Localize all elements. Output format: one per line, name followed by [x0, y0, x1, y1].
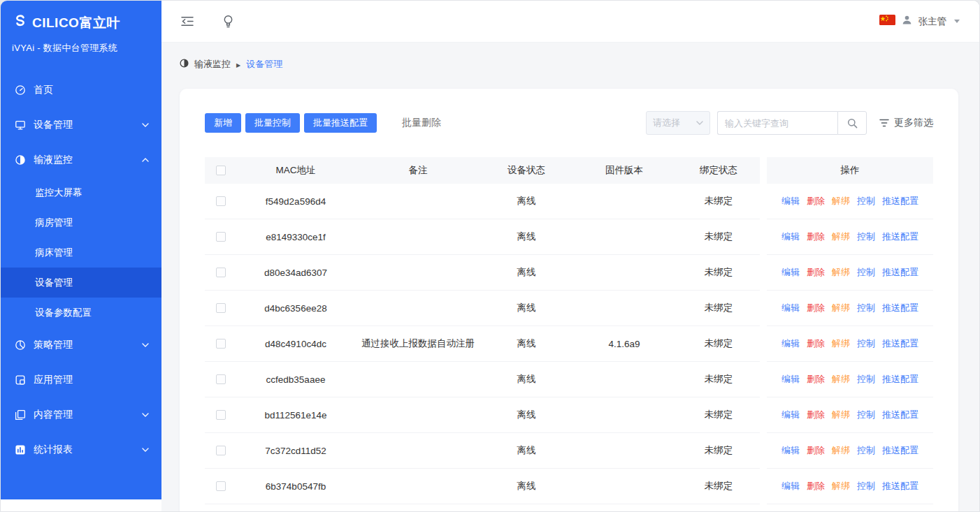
action-unbind[interactable]: 解绑: [832, 266, 850, 279]
action-control[interactable]: 控制: [857, 409, 875, 421]
action-unbind[interactable]: 解绑: [832, 302, 850, 314]
action-control[interactable]: 控制: [857, 337, 875, 350]
sidebar-item-strategy[interactable]: 策略管理: [1, 328, 161, 363]
select-all-checkbox[interactable]: [216, 166, 226, 175]
row-checkbox[interactable]: [216, 481, 226, 491]
add-button[interactable]: 新增: [205, 113, 241, 133]
sidebar-item-app[interactable]: 应用管理: [1, 363, 161, 397]
filter-select[interactable]: 请选择: [646, 111, 710, 135]
row-checkbox[interactable]: [216, 268, 226, 277]
cell-firmware: [571, 362, 677, 397]
action-control[interactable]: 控制: [857, 231, 875, 243]
row-checkbox[interactable]: [216, 374, 226, 384]
brand: CILICO富立叶: [1, 1, 161, 32]
fixed-column-gap: [760, 255, 767, 291]
cell-note: [354, 291, 482, 326]
action-edit[interactable]: 编辑: [781, 266, 800, 279]
batch-control-button[interactable]: 批量控制: [245, 113, 300, 133]
row-checkbox[interactable]: [216, 446, 226, 455]
action-edit[interactable]: 编辑: [781, 337, 800, 350]
lightbulb-icon[interactable]: [223, 15, 233, 29]
action-push-config[interactable]: 推送配置: [882, 266, 918, 279]
action-push-config[interactable]: 推送配置: [882, 195, 918, 207]
sidebar-item-device[interactable]: 设备管理: [1, 108, 161, 142]
sidebar-subitem-active[interactable]: 设备管理: [1, 268, 161, 298]
sidebar-subitem[interactable]: 设备参数配置: [1, 298, 161, 328]
action-push-config[interactable]: 推送配置: [882, 480, 918, 492]
cell-mac: f549d2a596d4: [237, 184, 354, 219]
sidebar-item-home[interactable]: 首页: [1, 73, 161, 108]
action-control[interactable]: 控制: [857, 302, 875, 314]
toolbar: 新增 批量控制 批量推送配置 批量删除 请选择: [205, 111, 933, 135]
action-push-config[interactable]: 推送配置: [882, 373, 918, 386]
row-checkbox[interactable]: [216, 196, 226, 206]
action-edit[interactable]: 编辑: [781, 302, 800, 314]
user-menu[interactable]: 张主管: [879, 15, 960, 28]
row-checkbox[interactable]: [216, 410, 226, 420]
language-flag-icon[interactable]: [879, 15, 895, 28]
cell-note: [354, 469, 482, 504]
search-button[interactable]: [837, 111, 867, 135]
action-edit[interactable]: 编辑: [781, 444, 800, 457]
action-edit[interactable]: 编辑: [781, 231, 800, 243]
action-unbind[interactable]: 解绑: [832, 231, 850, 243]
cell-mac: d48c4910c4dc: [237, 326, 354, 362]
action-push-config[interactable]: 推送配置: [882, 302, 918, 314]
action-push-config[interactable]: 推送配置: [882, 444, 918, 457]
cell-bind-status: 未绑定: [677, 219, 760, 255]
action-control[interactable]: 控制: [857, 195, 875, 207]
action-control[interactable]: 控制: [857, 373, 875, 386]
sidebar-subitem[interactable]: 病床管理: [1, 237, 161, 268]
row-checkbox[interactable]: [216, 303, 226, 313]
action-delete[interactable]: 删除: [807, 444, 825, 457]
action-delete[interactable]: 删除: [807, 231, 825, 243]
breadcrumb: 输液监控 ▶ 设备管理: [180, 58, 958, 71]
batch-push-config-button[interactable]: 批量推送配置: [304, 113, 377, 133]
batch-delete-button[interactable]: 批量删除: [402, 117, 441, 129]
action-unbind[interactable]: 解绑: [832, 373, 850, 386]
action-push-config[interactable]: 推送配置: [882, 231, 918, 243]
action-push-config[interactable]: 推送配置: [882, 337, 918, 350]
action-unbind[interactable]: 解绑: [832, 195, 850, 207]
action-delete[interactable]: 删除: [807, 480, 825, 492]
action-delete[interactable]: 删除: [807, 337, 825, 350]
action-edit[interactable]: 编辑: [781, 195, 800, 207]
cell-device-status: 离线: [482, 184, 571, 219]
action-delete[interactable]: 删除: [807, 266, 825, 279]
action-edit[interactable]: 编辑: [781, 409, 800, 421]
table-row: e8149330ce1f离线未绑定编辑删除解绑控制推送配置: [205, 219, 933, 255]
sidebar-collapse-icon[interactable]: [181, 16, 194, 27]
stats-icon: [15, 444, 26, 455]
action-delete[interactable]: 删除: [807, 302, 825, 314]
action-unbind[interactable]: 解绑: [832, 409, 850, 421]
action-control[interactable]: 控制: [857, 480, 875, 492]
cell-firmware: [571, 433, 677, 469]
action-unbind[interactable]: 解绑: [832, 337, 850, 350]
action-edit[interactable]: 编辑: [781, 373, 800, 386]
action-push-config[interactable]: 推送配置: [882, 409, 918, 421]
search-area: 请选择: [646, 111, 933, 135]
row-checkbox[interactable]: [216, 339, 226, 349]
cell-note: [354, 397, 482, 433]
action-edit[interactable]: 编辑: [781, 480, 800, 492]
sidebar-item-stats[interactable]: 统计报表: [1, 432, 161, 467]
table-row: bd112561e14e离线未绑定编辑删除解绑控制推送配置: [205, 397, 933, 433]
action-delete[interactable]: 删除: [807, 373, 825, 386]
cell-firmware: [571, 469, 677, 504]
action-unbind[interactable]: 解绑: [832, 480, 850, 492]
row-checkbox[interactable]: [216, 232, 226, 242]
sidebar-item-infusion[interactable]: 输液监控: [1, 142, 161, 177]
breadcrumb-section[interactable]: 输液监控: [194, 58, 231, 71]
sidebar-subitem[interactable]: 病房管理: [1, 207, 161, 237]
action-control[interactable]: 控制: [857, 266, 875, 279]
action-delete[interactable]: 删除: [807, 409, 825, 421]
cell-note: 通过接收上报数据自动注册: [354, 326, 482, 362]
more-filters-button[interactable]: 更多筛选: [879, 117, 933, 129]
action-delete[interactable]: 删除: [807, 195, 825, 207]
cell-actions: 编辑删除解绑控制推送配置: [767, 362, 933, 397]
action-control[interactable]: 控制: [857, 444, 875, 457]
action-unbind[interactable]: 解绑: [832, 444, 850, 457]
sidebar-subitem[interactable]: 监控大屏幕: [1, 177, 161, 207]
keyword-search-input[interactable]: [717, 111, 837, 135]
sidebar-item-content[interactable]: 内容管理: [1, 397, 161, 432]
